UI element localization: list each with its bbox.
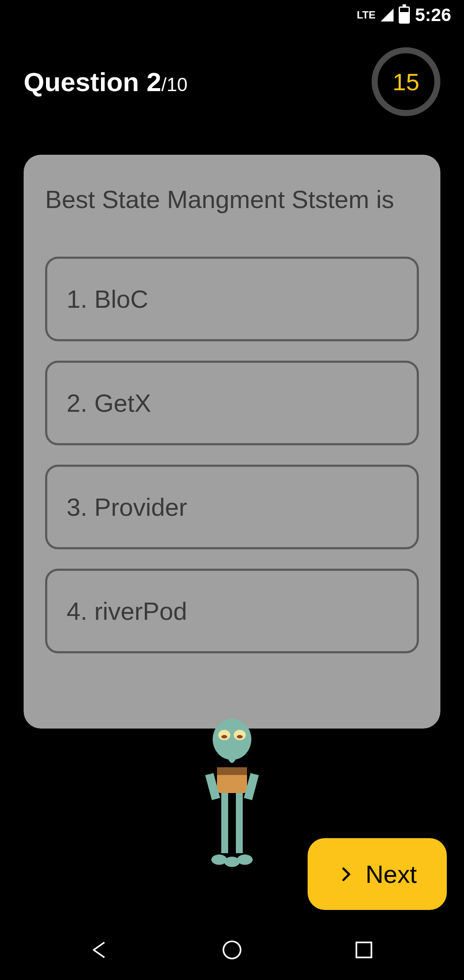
option-3-text: 3. Provider [67,493,187,521]
status-bar: LTE 5:26 [0,0,464,30]
question-card: Best State Mangment Ststem is 1. BloC 2.… [24,155,440,729]
signal-icon [381,9,394,21]
option-1-text: 1. BloC [67,285,148,313]
svg-point-12 [211,854,227,865]
svg-rect-16 [356,943,371,958]
svg-rect-10 [221,793,228,853]
svg-point-3 [221,735,227,738]
status-icons: LTE 5:26 [357,5,451,25]
option-2[interactable]: 2. GetX [45,361,419,445]
svg-point-5 [227,737,237,763]
cartoon-character-icon [198,718,266,873]
svg-point-4 [237,735,243,738]
recent-apps-button[interactable] [351,937,377,963]
timer-circle: 15 [372,47,440,116]
svg-rect-7 [217,767,247,775]
next-button-label: Next [366,860,417,888]
question-counter: Question 2/10 [24,67,188,97]
svg-point-13 [224,857,240,867]
home-button[interactable] [219,937,245,963]
option-4[interactable]: 4. riverPod [45,569,419,653]
back-button[interactable] [87,937,113,963]
quiz-header: Question 2/10 15 [0,30,464,133]
option-1[interactable]: 1. BloC [45,257,419,341]
battery-icon [399,6,410,24]
chevron-right-icon [338,866,355,883]
next-button[interactable]: Next [308,838,447,910]
option-2-text: 2. GetX [67,389,151,417]
question-total: 10 [167,74,188,95]
character-image [198,718,266,873]
clock-time: 5:26 [415,5,451,25]
svg-point-15 [223,941,241,959]
svg-point-14 [237,854,253,865]
option-4-text: 4. riverPod [67,597,187,625]
question-text: Best State Mangment Ststem is [45,185,419,214]
question-prefix: Question [24,67,147,97]
timer-value: 15 [393,68,419,96]
question-separator: / [161,74,166,95]
navigation-bar [0,920,464,980]
network-indicator: LTE [357,9,375,21]
svg-rect-11 [236,793,243,853]
option-3[interactable]: 3. Provider [45,465,419,549]
question-number: 2 [147,67,161,97]
